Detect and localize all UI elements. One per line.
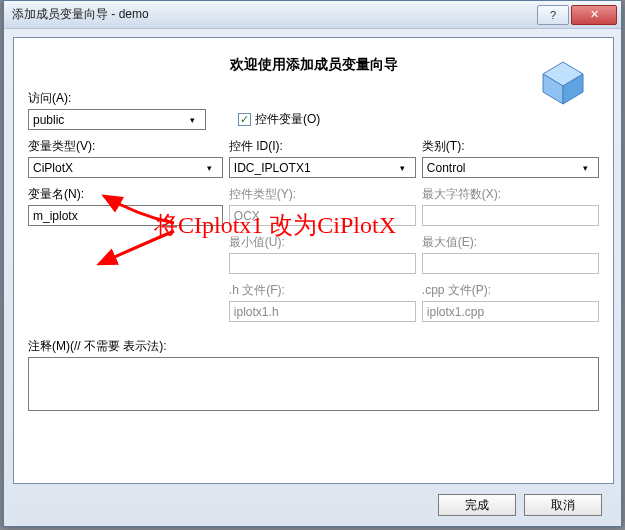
var-type-value: CiPlotX: [33, 161, 73, 175]
chevron-down-icon: ▾: [394, 159, 411, 176]
client-area: 欢迎使用添加成员变量向导 访问(A): public ▾ ✓ 控件变量(O): [13, 37, 614, 484]
h-file-label: .h 文件(F):: [229, 282, 416, 299]
close-button[interactable]: ✕: [571, 5, 617, 25]
cpp-file-field: iplotx1.cpp: [422, 301, 599, 322]
h-file-field: iplotx1.h: [229, 301, 416, 322]
wizard-window: 添加成员变量向导 - demo ? ✕ 欢迎使用添加成员变量向导 访问(A): …: [3, 0, 622, 527]
control-type-label: 控件类型(Y):: [229, 186, 416, 203]
max-chars-field: [422, 205, 599, 226]
window-title: 添加成员变量向导 - demo: [12, 6, 535, 23]
comment-input[interactable]: [28, 357, 599, 411]
chevron-down-icon: ▾: [201, 159, 218, 176]
button-bar: 完成 取消: [13, 491, 614, 519]
cancel-button[interactable]: 取消: [524, 494, 602, 516]
min-val-field: [229, 253, 416, 274]
finish-button[interactable]: 完成: [438, 494, 516, 516]
var-name-input[interactable]: m_iplotx: [28, 205, 223, 226]
max-chars-label: 最大字符数(X):: [422, 186, 599, 203]
var-name-value: m_iplotx: [33, 209, 78, 223]
title-bar: 添加成员变量向导 - demo ? ✕: [4, 1, 621, 29]
help-button[interactable]: ?: [537, 5, 569, 25]
form-area: 访问(A): public ▾ ✓ 控件变量(O) 变量类型(V): 控件 ID…: [14, 84, 613, 411]
control-id-combo[interactable]: IDC_IPLOTX1 ▾: [229, 157, 416, 178]
class-type-combo[interactable]: Control ▾: [422, 157, 599, 178]
hero: 欢迎使用添加成员变量向导: [14, 38, 613, 84]
var-type-combo[interactable]: CiPlotX ▾: [28, 157, 223, 178]
access-label: 访问(A):: [28, 90, 599, 107]
class-type-value: Control: [427, 161, 466, 175]
cube-icon: [533, 56, 593, 108]
var-name-label: 变量名(N):: [28, 186, 223, 203]
comment-label: 注释(M)(// 不需要 表示法):: [28, 338, 599, 355]
var-type-label: 变量类型(V):: [28, 138, 223, 155]
chevron-down-icon: ▾: [184, 111, 201, 128]
access-combo[interactable]: public ▾: [28, 109, 206, 130]
min-val-label: 最小值(U):: [229, 234, 416, 251]
cpp-file-label: .cpp 文件(P):: [422, 282, 599, 299]
hero-title: 欢迎使用添加成员变量向导: [230, 56, 398, 72]
control-type-field: OCX: [229, 205, 416, 226]
max-val-field: [422, 253, 599, 274]
chevron-down-icon: ▾: [577, 159, 594, 176]
control-var-label: 控件变量(O): [255, 111, 320, 128]
class-type-label: 类别(T):: [422, 138, 599, 155]
max-val-label: 最大值(E):: [422, 234, 599, 251]
control-var-checkbox[interactable]: ✓: [238, 113, 251, 126]
window-controls: ? ✕: [535, 5, 617, 25]
control-id-value: IDC_IPLOTX1: [234, 161, 311, 175]
control-id-label: 控件 ID(I):: [229, 138, 416, 155]
access-value: public: [33, 113, 64, 127]
